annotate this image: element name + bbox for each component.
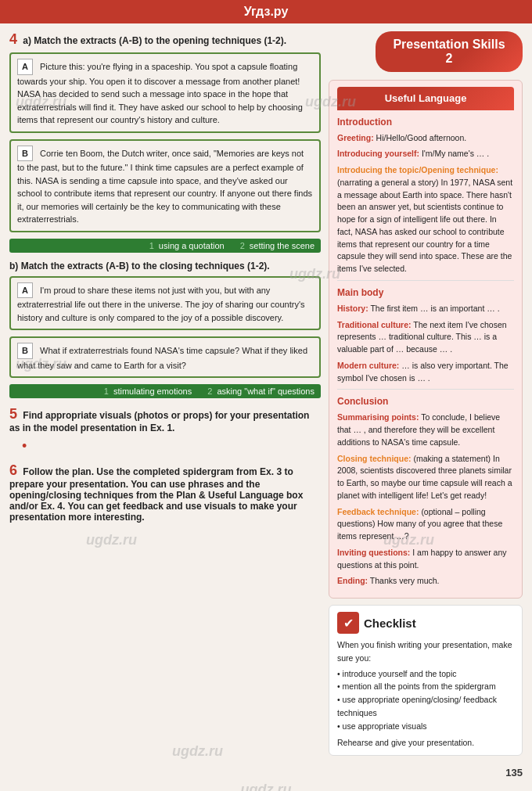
checklist-body: When you finish writing your presentatio…	[337, 638, 514, 749]
exercise-4-title: 4 a) Match the extracts (A-B) to the ope…	[9, 31, 321, 48]
checklist-box: ✔ Checklist When you finish writing your…	[329, 605, 523, 756]
main-item-traditional: Traditional culture: The next item I've …	[337, 319, 514, 356]
exercise-4-part-a: 4 a) Match the extracts (A-B) to the ope…	[9, 31, 321, 253]
exercise-5: 5 Find appropriate visuals (photos or pr…	[9, 406, 321, 455]
checklist-item-4: • use appropriate visuals	[337, 720, 514, 733]
exercise-6: 6 Follow the plan. Use the completed spi…	[9, 462, 321, 523]
intro-item-greeting: Greeting: Hi/Hello/Good afternoon.	[337, 132, 514, 145]
exercise-6-text: Follow the plan. Use the completed spide…	[9, 466, 303, 523]
conclusion-item-summarising: Summarising points: To conclude, I belie…	[337, 412, 514, 448]
conclusion-item-feedback: Feedback technique: (optional – polling …	[337, 506, 514, 543]
exercise-4: 4 a) Match the extracts (A-B) to the ope…	[9, 31, 321, 398]
exercise-4b-instruction: b) Match the extracts (A-B) to the closi…	[9, 261, 321, 271]
exercise-6-title: 6 Follow the plan. Use the completed spi…	[9, 462, 321, 523]
main-item-history: History: The first item … is an importan…	[337, 303, 514, 315]
technique-2b: 2 asking "what if" questions	[207, 387, 315, 396]
checklist-item-2: • mention all the points from the spider…	[337, 680, 514, 693]
exercise-5-bullet: •	[22, 438, 321, 455]
text-box-a1: A Picture this: you're flying in a space…	[9, 52, 321, 133]
conclusion-title: Conclusion	[337, 394, 514, 408]
box-label-b1: B	[17, 146, 33, 162]
right-column: Presentation Skills 2 Useful Language In…	[329, 31, 523, 756]
intro-title: Introduction	[337, 115, 514, 129]
technique-1a: 1 using a quotation	[149, 241, 225, 250]
technique-2a: 2 setting the scene	[240, 241, 315, 250]
box-label-a2: A	[17, 282, 33, 299]
left-column: 4 a) Match the extracts (A-B) to the ope…	[9, 31, 321, 756]
checklist-title: Checklist	[364, 617, 416, 630]
box-label-a1: A	[17, 59, 33, 75]
top-bar-title: Угдз.ру	[244, 5, 289, 18]
page-content: 4 a) Match the extracts (A-B) to the ope…	[0, 23, 532, 764]
divider-2	[337, 389, 514, 390]
checklist-item-3: • use appropriate opening/closing/ feedb…	[337, 693, 514, 720]
page-number: 135	[0, 764, 532, 782]
exercise-4-part-b: b) Match the extracts (A-B) to the closi…	[9, 261, 321, 399]
technique-row-b: 1 stimulating emotions 2 asking "what if…	[9, 384, 321, 398]
technique-1b: 1 stimulating emotions	[104, 387, 192, 396]
checklist-footer: Rehearse and give your presentation.	[337, 736, 514, 750]
technique-row-a: 1 using a quotation 2 setting the scene	[9, 239, 321, 253]
text-box-b1: B Corrie ten Boom, the Dutch writer, onc…	[9, 139, 321, 232]
checklist-intro: When you finish writing your presentatio…	[337, 640, 512, 663]
main-item-modern: Modern culture: … is also very important…	[337, 360, 514, 385]
top-bar: Угдз.ру	[0, 0, 532, 23]
exercise-num-5: 5	[9, 406, 17, 422]
text-box-b2-content: What if extraterrestrials found NASA's t…	[17, 346, 307, 370]
box-label-b2: B	[17, 343, 33, 359]
text-box-a2: A I'm proud to share these items not jus…	[9, 276, 321, 331]
checklist-item-1: • introduce yourself and the topic	[337, 667, 514, 681]
intro-item-introducing-yourself: Introducing yourself: I'm/My name's … .	[337, 148, 514, 160]
exercise-5-title: 5 Find appropriate visuals (photos or pr…	[9, 406, 321, 433]
exercise-4a-instruction: a) Match the extracts (A-B) to the openi…	[23, 35, 286, 46]
bottom-watermark: ugdz.ru	[0, 782, 532, 791]
conclusion-item-closing: Closing technique: (making a statement) …	[337, 453, 514, 502]
text-box-b2: B What if extraterrestrials found NASA's…	[9, 336, 321, 378]
useful-language-title: Useful Language	[337, 87, 514, 110]
useful-language-panel: Useful Language Introduction Greeting: H…	[329, 80, 523, 599]
text-box-b1-content: Corrie ten Boom, the Dutch writer, once …	[17, 149, 312, 225]
text-box-a1-content: Picture this: you're flying in a spacesh…	[17, 62, 303, 124]
header-banner: Presentation Skills 2	[376, 31, 523, 72]
conclusion-item-inviting: Inviting questions: I am happy to answer…	[337, 547, 514, 572]
exercise-num-4: 4	[9, 31, 17, 47]
checklist-icon: ✔	[337, 612, 359, 634]
main-body-title: Main body	[337, 286, 514, 300]
intro-item-opening-technique: Introducing the topic/Opening technique:…	[337, 164, 514, 275]
divider-1	[337, 280, 514, 281]
text-box-a2-content: I'm proud to share these items not just …	[17, 286, 305, 322]
exercise-5-text: Find appropriate visuals (photos or prop…	[9, 410, 309, 433]
conclusion-item-ending: Ending: Thanks very much.	[337, 575, 514, 588]
checklist-header: ✔ Checklist	[337, 612, 514, 634]
exercise-num-6: 6	[9, 462, 17, 478]
